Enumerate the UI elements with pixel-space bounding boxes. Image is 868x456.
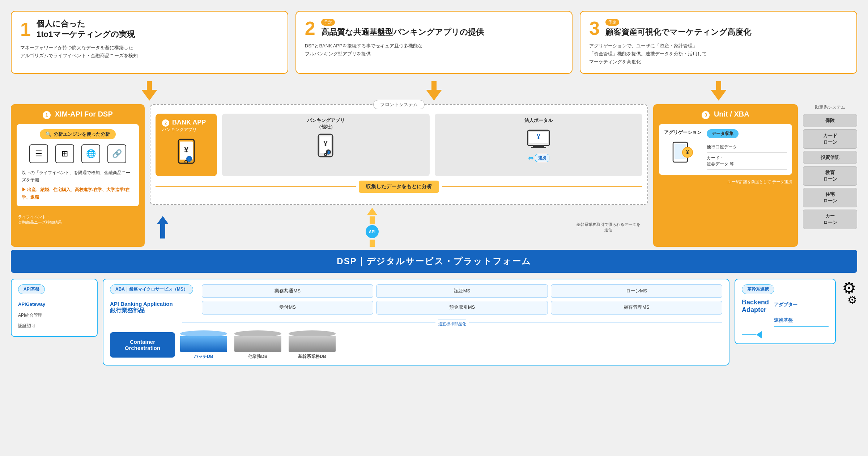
xim-search-text: 分析エンジンを使った分析 xyxy=(54,131,110,138)
backend-box: 基幹系連携 Backend Adapter アダプター 連携基盤 xyxy=(735,279,836,344)
arrow-down-1 xyxy=(11,81,288,101)
ms-grid: 業務共通MS 認証MS ローンMS 受付MS 預金取引MS 顧客管理MS xyxy=(202,284,722,314)
other-db-label: 他業務DB xyxy=(248,354,267,360)
top-cards-row: 1 個人に合った 1to1マーケティングの実現 マネーフォワードが持つ膨大なデー… xyxy=(11,11,857,74)
backend-items: アダプター 連携基盤 xyxy=(774,299,829,327)
xim-events: ▶ 出産、結婚、住宅購入、高校進学/在学、大学進学/在学、退職 xyxy=(22,186,134,201)
aba-badge: ABA｜業務マイクロサービス（MS） xyxy=(110,284,193,294)
standard-label-row: 適宜標準部品化 xyxy=(182,318,722,327)
container-orchestration: Container Orchestration xyxy=(110,332,175,358)
kikan-db-label: 基幹系業務DB xyxy=(298,354,326,360)
top-card-1: 1 個人に合った 1to1マーケティングの実現 マネーフォワードが持つ膨大なデー… xyxy=(11,11,288,74)
xim-down-arrow xyxy=(27,228,39,241)
ms-item-5: 預金取引MS xyxy=(376,301,548,314)
renkai-badge: 連携 xyxy=(535,154,549,162)
other-db: 他業務DB xyxy=(234,330,281,360)
renkai-section: ⇔ 連携 xyxy=(528,154,549,162)
down-arrows-row xyxy=(11,81,857,101)
bank-app-sub: バンキングアプリ xyxy=(162,127,210,133)
gear-small-icon: ⚙ xyxy=(847,294,857,306)
aba-box: ABA｜業務マイクロサービス（MS） API Banking Applicati… xyxy=(103,279,729,366)
other-db-cylinder xyxy=(234,330,281,352)
ms-item-6: 顧客管理MS xyxy=(551,301,722,314)
kanjo-item-3: 投資信託 xyxy=(803,151,857,164)
svg-text:👤: 👤 xyxy=(187,157,192,161)
api-badge: API xyxy=(366,225,379,238)
double-arrow-icon: ⇔ xyxy=(528,154,533,162)
ms-item-4: 受付MS xyxy=(202,301,373,314)
kanjo-item-1: 保険 xyxy=(803,114,857,127)
adapter-item: アダプター xyxy=(774,299,829,311)
unit-down-arrow xyxy=(659,187,792,200)
top-card-2-badge: 予定 xyxy=(321,19,335,26)
svg-text:¥: ¥ xyxy=(323,140,328,148)
top-card-1-title: 個人に合った 1to1マーケティングの実現 xyxy=(37,19,135,39)
gear-icons: ⚙ ⚙ xyxy=(841,279,857,310)
backend-title-1: Backend xyxy=(742,299,769,306)
ninshoninka: 認証認可 xyxy=(18,321,90,331)
banking-other-icon: ¥ 👤 xyxy=(316,133,336,164)
backend-left-arrow xyxy=(742,331,829,338)
data-flow-row: 収集したデータをもとに分析 xyxy=(156,181,642,193)
svg-rect-14 xyxy=(533,145,544,147)
send-label: 基幹系業務取引で得られるデータを送信 xyxy=(576,222,641,233)
banking-app-other-label: バンキングアプリ （他社） xyxy=(307,117,345,130)
aggregation-label: アグリゲーション xyxy=(664,129,702,136)
data-row-1: 他行口座データ xyxy=(707,142,787,153)
data-flow-bar: 収集したデータをもとに分析 xyxy=(359,181,439,193)
top-card-3-header: 3 予定 顧客資産可視化でマーケティング高度化 xyxy=(589,19,848,38)
arrow-up-api: API xyxy=(366,208,379,247)
top-card-2-title-block: 予定 高品質な共通基盤型バンキングアプリの提供 xyxy=(321,19,484,38)
page-wrapper: 1 個人に合った 1to1マーケティングの実現 マネーフォワードが持つ膨大なデー… xyxy=(0,0,868,456)
bank-app-name: BANK APP xyxy=(172,119,206,126)
top-card-3-title: 顧客資産可視化でマーケティング高度化 xyxy=(605,27,751,38)
front-system-content: 2 BANK APP バンキングアプリ ¥ xyxy=(156,110,642,176)
api-kiban-badge: API基盤 xyxy=(18,284,45,294)
xim-api-box: 1 XIM-API For DSP 🔍 分析エンジンを使った分析 ☰ ⊞ 🌐 🔗… xyxy=(11,104,145,246)
aba-top-row: ABA｜業務マイクロサービス（MS） API Banking Applicati… xyxy=(110,284,722,314)
xim-num: 1 xyxy=(43,111,51,119)
ms-item-3: ローンMS xyxy=(551,284,722,298)
aggregation-col: アグリゲーション ¥ xyxy=(664,129,702,170)
aggregation-icon: ¥ xyxy=(671,139,695,165)
aba-title-block: API Banking Application 銀行業務部品 xyxy=(110,301,193,314)
svg-text:¥: ¥ xyxy=(686,149,689,155)
top-card-3: 3 予定 顧客資産可視化でマーケティング高度化 アグリゲーションで、ユーザに「資… xyxy=(580,11,857,74)
top-card-1-num: 1 xyxy=(20,20,31,39)
svg-text:¥: ¥ xyxy=(184,145,189,154)
hojin-portal-icon: ¥ xyxy=(526,127,551,152)
bank-app-icon: ¥ 👤 xyxy=(162,138,210,171)
top-card-2-desc: DSPとBANK APPを接続する事でセキュア且つ多機能な フルバンキング型アプ… xyxy=(305,42,563,58)
top-card-2-title: 高品質な共通基盤型バンキングアプリの提供 xyxy=(321,27,484,38)
renkai-kiban-item: 連携基盤 xyxy=(774,314,829,327)
xim-icons-row: ☰ ⊞ 🌐 🔗 xyxy=(22,144,134,163)
top-card-1-desc: マネーフォワードが持つ膨大なデータを基に構築した アルゴリズムでライフイベント・… xyxy=(20,44,279,60)
arrow-down-2 xyxy=(295,81,573,101)
bank-app-box: 2 BANK APP バンキングアプリ ¥ xyxy=(156,114,217,176)
db-row: バッチDB 他業務DB xyxy=(180,330,722,360)
kanjo-item-4: 教育 ローン xyxy=(803,166,857,186)
backend-title-2: Adapter xyxy=(742,306,769,314)
unit-bottom-label: ユーザ許諾を前提として データ連携 xyxy=(659,179,792,185)
data-collection-col: データ収集 他行口座データ カード・ 証券データ 等 xyxy=(707,129,787,170)
batch-db-label: バッチDB xyxy=(194,354,213,360)
top-card-2-header: 2 予定 高品質な共通基盤型バンキングアプリの提供 xyxy=(305,19,563,38)
xim-inner: 🔍 分析エンジンを使った分析 ☰ ⊞ 🌐 🔗 以下の「ライフイベント」を隔週で検… xyxy=(17,124,139,206)
ms-item-2: 認証MS xyxy=(376,284,548,298)
svg-rect-15 xyxy=(531,147,546,148)
search-icon: 🔍 xyxy=(46,131,51,137)
bank-app-num: 2 xyxy=(162,119,169,127)
center-column: フロントシステム 2 BANK APP バンキングアプリ xyxy=(150,104,648,246)
banking-app-other: バンキングアプリ （他社） ¥ 👤 xyxy=(222,114,430,176)
top-card-3-desc: アグリゲーションで、ユーザに「資産・家計管理」 「資金管理」機能を提供。連携デー… xyxy=(589,42,848,66)
standard-label: 適宜標準部品化 xyxy=(438,320,466,327)
backend-badge: 基幹系連携 xyxy=(742,284,774,294)
kanjo-item-5: 住宅 ローン xyxy=(803,188,857,207)
data-row-2: カード・ 証券データ 等 xyxy=(707,153,787,170)
arrow-up-blue xyxy=(157,216,169,238)
batch-db: バッチDB xyxy=(180,330,227,360)
backend-title-block: Backend Adapter xyxy=(742,299,769,327)
top-card-3-title-block: 予定 顧客資産可視化でマーケティング高度化 xyxy=(605,19,751,38)
xim-icon-grid: ⊞ xyxy=(55,144,74,163)
xim-title: 1 XIM-API For DSP xyxy=(17,110,139,119)
